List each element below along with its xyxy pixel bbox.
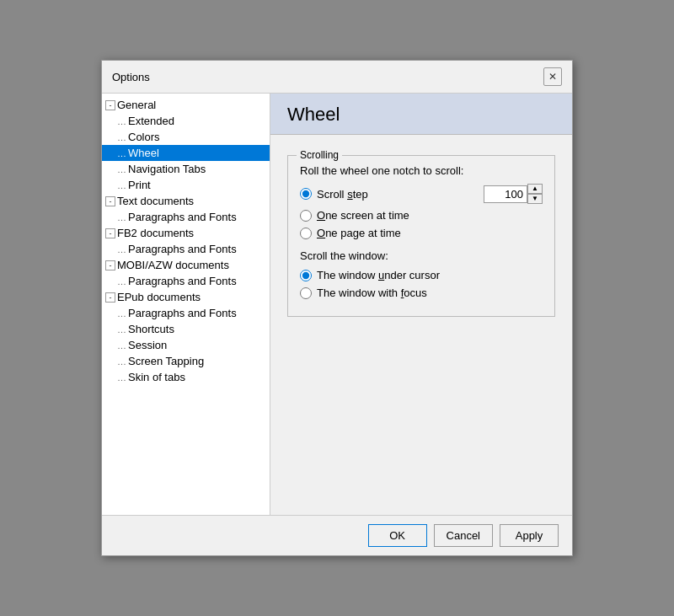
scroll-step-spinner: ▲ ▼ [484, 184, 543, 204]
expander-fb2-docs[interactable]: - [105, 228, 115, 238]
panel-title: Wheel [287, 104, 555, 126]
sidebar-item-fb2-documents[interactable]: - FB2 documents [102, 225, 270, 241]
window-under-cursor-radio[interactable] [300, 270, 312, 281]
panel-content: Scrolling Roll the wheel one notch to sc… [270, 135, 572, 515]
sidebar-item-navigation-tabs-label: Navigation Tabs [128, 163, 206, 175]
sidebar-item-fb2-documents-label: FB2 documents [117, 227, 194, 239]
sidebar: - General … Extended … Colors … Wheel [102, 94, 270, 515]
one-screen-radio[interactable] [300, 210, 312, 222]
sidebar-item-mobi-documents-label: MOBI/AZW documents [117, 259, 229, 271]
sidebar-item-screen-tapping-label: Screen Tapping [128, 355, 204, 367]
scroll-step-label: Scroll step [317, 188, 368, 201]
sidebar-item-epub-paragraphs[interactable]: … Paragraphs and Fonts [102, 305, 270, 321]
sidebar-item-extended[interactable]: … Extended [102, 113, 270, 129]
sidebar-item-epub-documents-label: EPub documents [117, 291, 201, 303]
sidebar-item-text-documents[interactable]: - Text documents [102, 193, 270, 209]
window-with-focus-radio[interactable] [300, 287, 312, 299]
apply-button[interactable]: Apply [500, 524, 559, 547]
sidebar-item-text-paragraphs[interactable]: … Paragraphs and Fonts [102, 209, 270, 225]
sidebar-item-print[interactable]: … Print [102, 177, 270, 193]
sidebar-item-extended-label: Extended [128, 115, 174, 127]
sidebar-item-epub-documents[interactable]: - EPub documents [102, 289, 270, 305]
one-page-label: One page at time [317, 227, 401, 239]
spinner-up-button[interactable]: ▲ [527, 184, 543, 194]
scroll-step-radio[interactable] [300, 188, 312, 200]
sidebar-item-mobi-documents[interactable]: - MOBI/AZW documents [102, 257, 270, 273]
sidebar-item-general[interactable]: - General [102, 97, 270, 113]
sidebar-item-print-label: Print [128, 179, 151, 191]
sidebar-item-epub-paragraphs-label: Paragraphs and Fonts [128, 307, 237, 319]
sidebar-item-wheel-label: Wheel [128, 147, 159, 159]
expander-text-docs[interactable]: - [105, 196, 115, 206]
sidebar-item-shortcuts[interactable]: … Shortcuts [102, 321, 270, 337]
sidebar-item-mobi-paragraphs[interactable]: … Paragraphs and Fonts [102, 273, 270, 289]
sidebar-item-mobi-paragraphs-label: Paragraphs and Fonts [128, 275, 237, 287]
main-panel: Wheel Scrolling Roll the wheel one notch… [270, 94, 572, 515]
dialog-title: Options [112, 71, 150, 83]
spinner-down-button[interactable]: ▼ [527, 194, 543, 204]
sidebar-item-colors-label: Colors [128, 131, 160, 143]
sidebar-item-screen-tapping[interactable]: … Screen Tapping [102, 353, 270, 369]
expander-epub-docs[interactable]: - [105, 292, 115, 303]
one-page-row: One page at time [300, 227, 543, 239]
close-button[interactable]: ✕ [543, 67, 562, 86]
expander-general[interactable]: - [105, 100, 115, 110]
roll-label: Roll the wheel one notch to scroll: [300, 164, 543, 177]
window-with-focus-label: The window with focus [317, 287, 427, 299]
scroll-window-label: Scroll the window: [300, 249, 543, 262]
one-page-radio[interactable] [300, 228, 312, 239]
sidebar-item-text-documents-label: Text documents [117, 195, 194, 207]
sidebar-item-fb2-paragraphs[interactable]: … Paragraphs and Fonts [102, 241, 270, 257]
one-screen-label: One screen at time [317, 209, 409, 222]
dialog-footer: OK Cancel Apply [102, 515, 572, 555]
ok-button[interactable]: OK [368, 524, 427, 547]
window-under-cursor-label: The window under cursor [317, 269, 440, 281]
sidebar-item-colors[interactable]: … Colors [102, 129, 270, 145]
window-under-cursor-row: The window under cursor [300, 269, 543, 281]
scrolling-group: Scrolling Roll the wheel one notch to sc… [287, 155, 555, 317]
sidebar-item-general-label: General [117, 99, 156, 111]
sidebar-item-session-label: Session [128, 339, 167, 351]
scrolling-group-label: Scrolling [297, 149, 342, 161]
title-bar: Options ✕ [102, 61, 572, 94]
sidebar-item-skin-of-tabs[interactable]: … Skin of tabs [102, 369, 270, 385]
sidebar-item-skin-of-tabs-label: Skin of tabs [128, 371, 185, 383]
panel-header: Wheel [270, 94, 572, 135]
sidebar-item-session[interactable]: … Session [102, 337, 270, 353]
sidebar-item-fb2-paragraphs-label: Paragraphs and Fonts [128, 243, 237, 255]
cancel-button[interactable]: Cancel [434, 524, 493, 547]
options-dialog: Options ✕ - General … Extended … Colors [101, 60, 573, 556]
scroll-step-row: Scroll step ▲ ▼ [300, 184, 543, 204]
sidebar-item-text-paragraphs-label: Paragraphs and Fonts [128, 211, 237, 223]
scroll-step-input[interactable] [484, 185, 527, 203]
window-with-focus-row: The window with focus [300, 287, 543, 299]
one-screen-row: One screen at time [300, 209, 543, 222]
sidebar-item-wheel[interactable]: … Wheel [102, 145, 270, 161]
dialog-body: - General … Extended … Colors … Wheel [102, 94, 572, 515]
sidebar-item-navigation-tabs[interactable]: … Navigation Tabs [102, 161, 270, 177]
expander-mobi-docs[interactable]: - [105, 260, 115, 271]
sidebar-item-shortcuts-label: Shortcuts [128, 323, 174, 335]
